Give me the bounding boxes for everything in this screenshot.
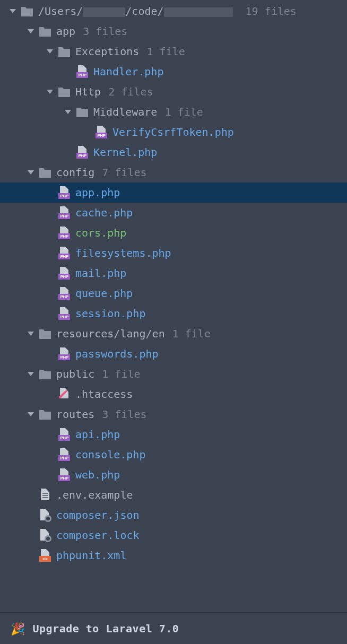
file-row-session-php[interactable]: PHP session.php: [0, 303, 347, 324]
file-row-composer-json[interactable]: composer.json: [0, 505, 347, 525]
file-row-queue-php[interactable]: PHP queue.php: [0, 283, 347, 303]
folder-label: app: [56, 25, 75, 38]
file-row-htaccess[interactable]: .htaccess: [0, 384, 347, 404]
root-path: /Users//code/: [38, 5, 233, 18]
file-count: 19 files: [246, 5, 297, 18]
file-row-verifycsrf[interactable]: PHP VerifyCsrfToken.php: [0, 122, 347, 142]
expand-arrow-icon[interactable]: [27, 412, 35, 416]
file-label: api.php: [75, 428, 120, 441]
file-row-handler[interactable]: PHP Handler.php: [0, 62, 347, 82]
folder-label: resources/lang/en: [56, 327, 165, 340]
file-label: Kernel.php: [93, 146, 157, 159]
htaccess-file-icon: [57, 388, 71, 401]
folder-label: Exceptions: [75, 45, 139, 58]
folder-label: Middleware: [93, 106, 157, 118]
folder-icon: [20, 5, 34, 18]
php-file-icon: PHP: [57, 428, 71, 441]
expand-arrow-icon[interactable]: [8, 9, 17, 13]
file-label: composer.lock: [56, 529, 140, 542]
folder-icon: [57, 45, 71, 58]
expand-arrow-icon[interactable]: [27, 332, 35, 336]
php-file-icon: PHP: [94, 126, 108, 138]
php-file-icon: PHP: [57, 287, 71, 300]
folder-row-app[interactable]: app 3 files: [0, 21, 347, 41]
file-label: .env.example: [56, 489, 133, 501]
php-file-icon: PHP: [57, 206, 71, 219]
expand-arrow-icon[interactable]: [27, 29, 35, 33]
php-file-icon: PHP: [75, 146, 89, 159]
file-label: web.php: [75, 468, 120, 481]
folder-row-resources[interactable]: resources/lang/en 1 file: [0, 324, 347, 344]
file-row-cors-php[interactable]: PHP cors.php: [0, 223, 347, 243]
file-label: composer.json: [56, 509, 140, 521]
file-label: app.php: [75, 186, 120, 199]
expand-arrow-icon[interactable]: [46, 90, 54, 94]
php-file-icon: PHP: [57, 247, 71, 259]
file-label: mail.php: [75, 267, 126, 280]
php-file-icon: PHP: [57, 267, 71, 280]
folder-row-config[interactable]: config 7 files: [0, 162, 347, 182]
php-file-icon: PHP: [57, 347, 71, 360]
upgrade-banner-text: Upgrade to Laravel 7.0: [33, 622, 179, 635]
file-label: session.php: [75, 307, 145, 320]
file-label: passwords.php: [75, 347, 159, 360]
file-row-app-php[interactable]: PHP app.php: [0, 182, 347, 203]
party-popper-icon: 🎉: [11, 622, 25, 636]
lock-file-icon: [38, 529, 52, 542]
file-row-api-php[interactable]: PHP api.php: [0, 424, 347, 445]
folder-icon: [75, 106, 89, 118]
file-row-mail-php[interactable]: PHP mail.php: [0, 263, 347, 283]
file-tree: /Users//code/ 19 files app 3 files Excep…: [0, 0, 347, 565]
php-file-icon: PHP: [57, 468, 71, 481]
upgrade-banner[interactable]: 🎉 Upgrade to Laravel 7.0: [0, 612, 347, 644]
folder-row-routes[interactable]: routes 3 files: [0, 404, 347, 424]
file-label: queue.php: [75, 287, 133, 300]
file-count: 1 file: [164, 106, 203, 118]
file-row-kernel[interactable]: PHP Kernel.php: [0, 142, 347, 162]
tree-root-row[interactable]: /Users//code/ 19 files: [0, 1, 347, 21]
php-file-icon: PHP: [57, 227, 71, 239]
php-file-icon: PHP: [57, 186, 71, 199]
folder-icon: [38, 166, 52, 179]
expand-arrow-icon[interactable]: [46, 49, 54, 54]
folder-label: config: [56, 166, 94, 179]
file-count: 7 files: [102, 166, 146, 179]
file-label: phpunit.xml: [56, 549, 126, 562]
php-file-icon: PHP: [75, 65, 89, 78]
file-row-filesystems-php[interactable]: PHP filesystems.php: [0, 243, 347, 263]
file-label: cache.php: [75, 206, 133, 219]
xml-file-icon: <>: [38, 549, 52, 562]
folder-row-public[interactable]: public 1 file: [0, 364, 347, 384]
file-row-web-php[interactable]: PHP web.php: [0, 465, 347, 485]
php-file-icon: PHP: [57, 448, 71, 461]
file-label: cors.php: [75, 227, 126, 239]
file-count: 3 files: [83, 25, 127, 38]
file-label: VerifyCsrfToken.php: [112, 126, 234, 138]
folder-row-middleware[interactable]: Middleware 1 file: [0, 102, 347, 122]
file-count: 1 file: [102, 368, 140, 380]
file-label: Handler.php: [93, 65, 163, 78]
folder-icon: [57, 85, 71, 98]
expand-arrow-icon[interactable]: [27, 372, 35, 376]
file-row-passwords-php[interactable]: PHP passwords.php: [0, 344, 347, 364]
expand-arrow-icon[interactable]: [27, 170, 35, 175]
file-row-env-example[interactable]: .env.example: [0, 485, 347, 505]
folder-row-http[interactable]: Http 2 files: [0, 82, 347, 102]
file-row-phpunit-xml[interactable]: <> phpunit.xml: [0, 545, 347, 565]
folder-icon: [38, 408, 52, 421]
file-row-composer-lock[interactable]: composer.lock: [0, 525, 347, 545]
expand-arrow-icon[interactable]: [64, 110, 72, 114]
folder-icon: [38, 327, 52, 340]
file-count: 1 file: [172, 327, 211, 340]
file-label: console.php: [75, 448, 145, 461]
file-label: .htaccess: [75, 388, 133, 401]
file-row-cache-php[interactable]: PHP cache.php: [0, 203, 347, 223]
file-count: 3 files: [102, 408, 146, 421]
folder-row-exceptions[interactable]: Exceptions 1 file: [0, 41, 347, 62]
folder-label: public: [56, 368, 94, 380]
php-file-icon: PHP: [57, 307, 71, 320]
folder-label: routes: [56, 408, 94, 421]
text-file-icon: [38, 489, 52, 501]
file-row-console-php[interactable]: PHP console.php: [0, 445, 347, 465]
json-file-icon: [38, 509, 52, 521]
